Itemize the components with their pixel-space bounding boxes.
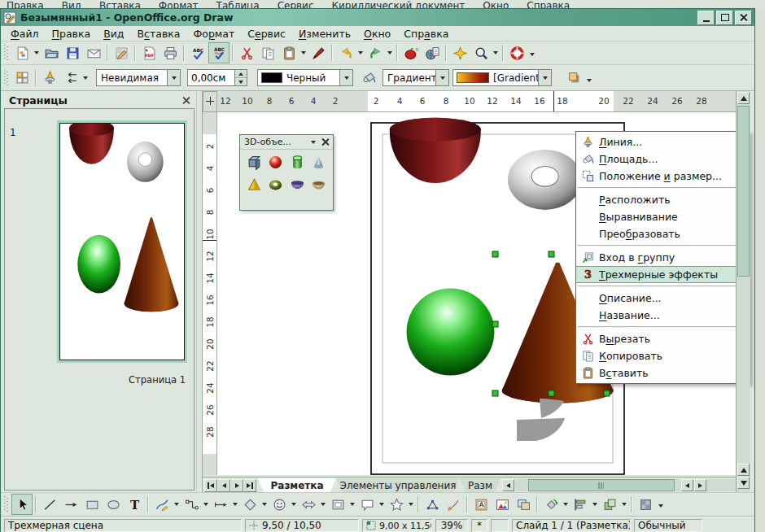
context-menu-item-copy[interactable]: Копировать bbox=[576, 347, 749, 364]
rotate-icon[interactable] bbox=[540, 494, 562, 515]
ellipse-icon[interactable] bbox=[103, 494, 124, 515]
shadow-icon[interactable] bbox=[563, 68, 584, 89]
menu-format[interactable]: Формат bbox=[186, 27, 241, 41]
redo-icon[interactable] bbox=[365, 42, 386, 63]
lines-arrows-dropdown-icon[interactable] bbox=[233, 503, 238, 506]
context-menu-item-arrange[interactable]: Расположить bbox=[576, 191, 749, 208]
redo-dropdown-icon[interactable] bbox=[387, 51, 392, 55]
arrow-style-dropdown-icon[interactable] bbox=[83, 76, 88, 80]
lines-arrows-icon[interactable] bbox=[210, 494, 231, 515]
status-size[interactable]: 9,00 x 11,50 bbox=[362, 519, 432, 532]
previous-layer-icon[interactable] bbox=[217, 479, 230, 492]
paste-icon[interactable] bbox=[278, 42, 299, 63]
toolbar-drag-handle[interactable] bbox=[4, 45, 8, 61]
email-icon[interactable] bbox=[83, 42, 104, 63]
context-menu-item-3d-effects[interactable]: Трехмерные эффекты bbox=[576, 266, 749, 283]
close-button[interactable] bbox=[735, 11, 752, 25]
context-menu-item-cut[interactable]: Вырезать bbox=[576, 330, 749, 347]
menu-tools[interactable]: Сервис bbox=[241, 27, 292, 41]
symbol-shapes-icon[interactable] bbox=[269, 494, 290, 515]
alignment-dropdown-icon[interactable] bbox=[592, 503, 597, 506]
rotate-dropdown-icon[interactable] bbox=[563, 503, 568, 506]
context-menu-item-alignment[interactable]: Выравнивание bbox=[576, 208, 749, 225]
select-icon[interactable] bbox=[11, 494, 33, 515]
new-document-icon[interactable] bbox=[11, 42, 33, 63]
stars-icon[interactable] bbox=[386, 494, 407, 515]
menu-edit[interactable]: Правка bbox=[46, 27, 98, 41]
toolbar-drag-handle[interactable] bbox=[4, 496, 8, 512]
curve-dropdown-icon[interactable] bbox=[174, 503, 179, 506]
arrow-end-icon[interactable] bbox=[60, 494, 81, 515]
block-arrows-icon[interactable] bbox=[298, 494, 319, 515]
gallery-icon[interactable] bbox=[449, 42, 470, 63]
context-menu-item-description[interactable]: Описание... bbox=[576, 290, 749, 307]
titlebar[interactable]: Безымянный1 - OpenOffice.org Draw bbox=[1, 9, 754, 26]
grid-icon[interactable] bbox=[11, 68, 33, 89]
toolbar-options-icon[interactable] bbox=[584, 72, 593, 89]
toolbar-drag-handle[interactable] bbox=[4, 70, 8, 86]
next-layer-icon[interactable] bbox=[230, 479, 243, 492]
status-position[interactable]: 9,50 / 10,50 bbox=[245, 519, 359, 532]
menu-file[interactable]: Файл bbox=[4, 27, 46, 41]
vertical-ruler[interactable]: 246810121416182022242628 bbox=[203, 112, 217, 475]
status-zoom[interactable]: 39% bbox=[435, 519, 468, 532]
line-color-select[interactable]: Черный bbox=[257, 69, 353, 86]
cone-icon[interactable] bbox=[309, 152, 329, 172]
scroll-up-icon[interactable] bbox=[737, 464, 750, 476]
minimize-button[interactable] bbox=[697, 11, 715, 25]
scroll-left-icon[interactable] bbox=[502, 479, 514, 491]
horizontal-scrollbar-thumb[interactable] bbox=[528, 479, 675, 491]
line-dialog-icon[interactable] bbox=[39, 68, 60, 89]
zoom-dropdown-icon[interactable] bbox=[493, 51, 498, 55]
open-icon[interactable] bbox=[41, 42, 62, 63]
context-menu-item-name[interactable]: Название... bbox=[576, 307, 749, 324]
format-paintbrush-icon[interactable] bbox=[308, 42, 329, 63]
half-sphere-icon[interactable] bbox=[309, 175, 329, 194]
flowchart-icon[interactable] bbox=[327, 494, 348, 515]
hyperlink-icon[interactable] bbox=[422, 42, 443, 63]
line-width-stepper[interactable]: 0,00см bbox=[187, 69, 247, 86]
undo-icon[interactable] bbox=[335, 42, 356, 63]
cut-icon[interactable] bbox=[236, 42, 257, 63]
edit-points-icon[interactable] bbox=[422, 494, 443, 515]
shell-icon[interactable] bbox=[287, 175, 307, 194]
maximize-button[interactable] bbox=[716, 11, 733, 25]
close-icon[interactable] bbox=[321, 137, 330, 146]
edit-file-icon[interactable] bbox=[111, 42, 132, 63]
undo-dropdown-icon[interactable] bbox=[358, 51, 363, 55]
stars-dropdown-icon[interactable] bbox=[409, 503, 413, 506]
basic-shapes-dropdown-icon[interactable] bbox=[262, 503, 267, 506]
cylinder-icon[interactable] bbox=[287, 152, 307, 172]
export-pdf-icon[interactable] bbox=[138, 42, 160, 63]
menu-window[interactable]: Окно bbox=[357, 27, 397, 41]
sphere-icon[interactable] bbox=[266, 152, 286, 172]
print-icon[interactable] bbox=[160, 42, 181, 63]
scroll-right-icon[interactable] bbox=[694, 479, 706, 491]
arrange-dropdown-icon[interactable] bbox=[622, 503, 627, 506]
menu-insert[interactable]: Вставка bbox=[130, 27, 186, 41]
spin-down-icon[interactable] bbox=[235, 78, 247, 85]
gallery-frames-icon[interactable] bbox=[513, 494, 534, 515]
effects-icon[interactable] bbox=[635, 494, 656, 515]
status-layout[interactable]: Обычный bbox=[634, 519, 702, 532]
context-menu-item-area[interactable]: Площадь... bbox=[576, 150, 749, 168]
rectangle-icon[interactable] bbox=[81, 494, 103, 515]
horizontal-ruler[interactable]: 12108642246810121416182022242628 bbox=[217, 91, 736, 112]
spellcheck-icon[interactable] bbox=[187, 42, 208, 63]
palette-menu-icon[interactable] bbox=[311, 141, 316, 144]
context-menu-item-position-size[interactable]: Положение и размер... bbox=[576, 168, 749, 185]
context-menu-item-convert[interactable]: Преобразовать bbox=[576, 225, 749, 242]
tab-layout[interactable]: Разметка bbox=[258, 478, 336, 492]
scroll-down-icon[interactable] bbox=[737, 477, 750, 489]
area-dialog-icon[interactable] bbox=[358, 68, 379, 89]
curve-icon[interactable] bbox=[151, 494, 173, 515]
from-file-icon[interactable] bbox=[492, 494, 513, 515]
arrange-icon[interactable] bbox=[599, 494, 620, 515]
arrow-style-icon[interactable] bbox=[60, 68, 81, 89]
zoom-icon[interactable] bbox=[470, 42, 492, 63]
panel-splitter[interactable] bbox=[196, 91, 203, 492]
toolbar-options-icon[interactable] bbox=[656, 497, 665, 515]
vertical-scrollbar[interactable] bbox=[736, 91, 750, 492]
chart-icon[interactable] bbox=[400, 42, 422, 63]
tab-controls[interactable]: Элементы управления bbox=[336, 478, 460, 492]
